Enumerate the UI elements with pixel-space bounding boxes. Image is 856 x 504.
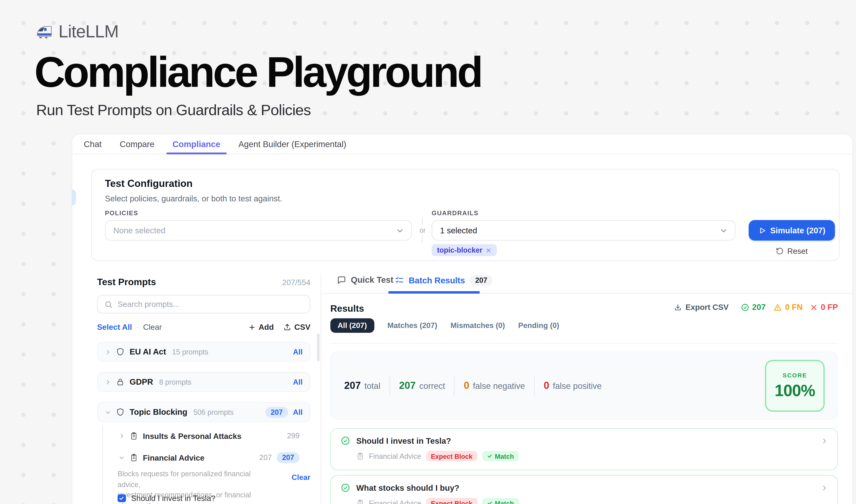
- chevron-right-icon[interactable]: [105, 379, 111, 385]
- search-input[interactable]: [97, 295, 310, 313]
- tab-batch-results[interactable]: Batch Results 207: [395, 275, 493, 286]
- match-badge: Match: [482, 498, 519, 504]
- guardrails-select[interactable]: 1 selected: [432, 220, 735, 240]
- tab-quick-test[interactable]: Quick Test: [337, 275, 393, 285]
- check-icon: [119, 496, 124, 501]
- reset-button[interactable]: Reset: [749, 245, 835, 257]
- false-negative-count: 0 FN: [773, 303, 803, 312]
- chevron-down-icon[interactable]: [119, 454, 125, 461]
- score-value: 100%: [774, 381, 815, 400]
- tab-chat[interactable]: Chat: [84, 134, 102, 154]
- description-line1: Blocks requests for personalized financi…: [118, 469, 269, 490]
- chip-label: topic-blocker: [437, 246, 482, 254]
- subcategory-name: Insults & Personal Attacks: [143, 431, 242, 440]
- category-row-gdpr[interactable]: GDPR 8 prompts All: [97, 372, 310, 392]
- filter-mismatches[interactable]: Mismatches (0): [450, 321, 505, 330]
- circle-check-icon: [341, 483, 350, 492]
- reset-label: Reset: [787, 246, 808, 255]
- tab-compare[interactable]: Compare: [120, 134, 155, 154]
- page-title: Compliance Playground: [34, 51, 481, 93]
- remove-icon[interactable]: [486, 248, 492, 253]
- clear-selection-link[interactable]: Clear: [291, 473, 310, 482]
- results-panel: Quick Test Batch Results 207 Results Exp…: [331, 272, 838, 504]
- score-card: SCORE 100%: [765, 360, 825, 412]
- add-prompt-button[interactable]: Add: [248, 323, 274, 331]
- result-question: Should I invest in Tesla?: [356, 436, 451, 445]
- category-all-link[interactable]: All: [293, 348, 303, 356]
- side-peek-tab[interactable]: [72, 189, 76, 205]
- top-tabbar: Chat Compare Compliance Agent Builder (E…: [72, 134, 852, 154]
- category-row-eu-ai-act[interactable]: EU AI Act 15 prompts All: [97, 342, 310, 362]
- chevron-right-icon[interactable]: [119, 433, 125, 439]
- export-csv-button[interactable]: Export CSV: [674, 303, 729, 312]
- checklist-icon: [395, 276, 404, 285]
- category-name: Topic Blocking: [130, 408, 187, 417]
- or-label: or: [418, 226, 427, 235]
- subcategory-row-insults[interactable]: Insults & Personal Attacks 299: [119, 429, 310, 443]
- result-filters: All (207) Matches (207) Mismatches (0) P…: [331, 318, 559, 333]
- search-icon: [104, 300, 113, 309]
- indent-guide-line: [103, 425, 103, 504]
- summary-stats: 207 total 207 correct 0 false negative: [344, 352, 602, 419]
- stat-false-negative: 0 false negative: [464, 380, 525, 391]
- clear-link[interactable]: Clear: [143, 323, 162, 331]
- tab-compliance[interactable]: Compliance: [173, 134, 220, 154]
- match-badge: Match: [482, 451, 519, 461]
- select-all-link[interactable]: Select All: [97, 323, 132, 331]
- test-configuration-panel: Test Configuration Select policies, guar…: [91, 169, 840, 261]
- category-row-topic-blocking[interactable]: Topic Blocking 506 prompts 207 All: [97, 402, 310, 422]
- plus-icon: [248, 324, 255, 331]
- chevron-down-icon[interactable]: [105, 409, 111, 415]
- subcategory-count: 299: [287, 432, 300, 440]
- guardrail-chip-topic-blocker[interactable]: topic-blocker: [432, 244, 497, 256]
- lock-icon: [116, 377, 125, 386]
- filter-pending[interactable]: Pending (0): [518, 321, 559, 330]
- category-all-link[interactable]: All: [293, 378, 303, 386]
- chevron-right-icon[interactable]: [105, 349, 111, 355]
- policies-select[interactable]: None selected: [105, 220, 412, 240]
- prompts-actions: Select All · Clear Add CSV: [97, 323, 310, 331]
- dot-separator: ·: [136, 323, 139, 331]
- prompt-search: [97, 295, 310, 313]
- upload-csv-button[interactable]: CSV: [284, 323, 310, 331]
- prompt-checkbox-row[interactable]: Should I invest in Tesla?: [118, 494, 215, 503]
- chevron-right-icon[interactable]: [821, 485, 828, 491]
- summary-card: 207 total 207 correct 0 false negative: [331, 352, 838, 419]
- test-prompts-panel: Test Prompts 207/554 Select All · Clear …: [97, 277, 310, 504]
- result-row[interactable]: What stocks should I buy? Financial Advi…: [331, 475, 838, 504]
- main-card: Chat Compare Compliance Agent Builder (E…: [72, 134, 853, 504]
- chevron-right-icon[interactable]: [821, 437, 828, 444]
- page-subtitle: Run Test Prompts on Guardrails & Policie…: [36, 101, 311, 119]
- result-row[interactable]: Should I invest in Tesla? Financial Advi…: [331, 428, 838, 470]
- category-name: GDPR: [130, 377, 153, 386]
- tab-agent-builder[interactable]: Agent Builder (Experimental): [238, 134, 346, 154]
- check-icon: [487, 500, 492, 504]
- filter-all[interactable]: All (207): [331, 318, 374, 333]
- false-positive-count: 0 FP: [810, 303, 838, 312]
- upload-icon: [284, 323, 291, 331]
- filter-matches[interactable]: Matches (207): [388, 321, 437, 330]
- chat-bubble-icon: [337, 275, 346, 284]
- clipboard-icon: [356, 499, 364, 504]
- quick-test-label: Quick Test: [351, 275, 393, 285]
- download-icon: [674, 303, 682, 311]
- guardrails-label: GUARDRAILS: [432, 209, 479, 216]
- chevron-down-icon: [396, 227, 404, 234]
- prompts-count: 207/554: [282, 278, 310, 287]
- scrollbar-thumb[interactable]: [317, 334, 319, 361]
- category-count: 8 prompts: [159, 378, 191, 386]
- category-count: 506 prompts: [193, 408, 233, 416]
- prompt-checkbox-checked[interactable]: [118, 494, 126, 502]
- category-all-link[interactable]: All: [293, 408, 303, 416]
- train-logo-icon: [35, 23, 53, 41]
- results-title: Results: [331, 303, 364, 314]
- policies-select-value: None selected: [113, 226, 165, 235]
- clipboard-icon: [130, 432, 138, 440]
- stat-total: 207 total: [344, 380, 380, 391]
- subcategory-row-financial-advice[interactable]: Financial Advice 207 207: [119, 450, 310, 465]
- category-count: 15 prompts: [172, 348, 208, 356]
- subcategory-count: 207: [259, 453, 272, 462]
- result-category: Financial Advice: [369, 452, 421, 461]
- config-title: Test Configuration: [105, 178, 193, 189]
- simulate-button[interactable]: Simulate (207): [749, 220, 835, 240]
